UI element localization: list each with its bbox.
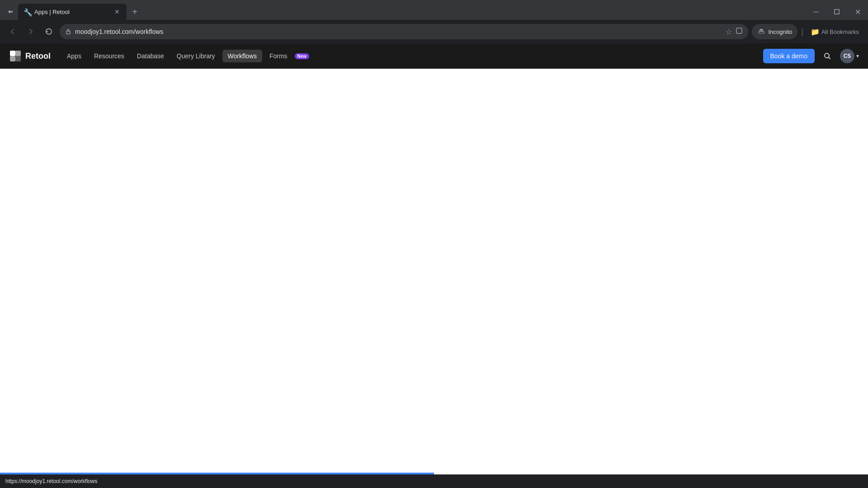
app-navbar: Retool Apps Resources Database Query Lib…	[0, 43, 868, 69]
separator: |	[801, 27, 803, 37]
avatar-chevron-icon: ▾	[856, 53, 859, 59]
reader-mode-icon[interactable]	[736, 27, 743, 36]
avatar-button[interactable]: CS	[840, 49, 854, 63]
status-url: https://moodjoy1.retool.com/workflows	[0, 478, 103, 484]
nav-link-workflows[interactable]: Workflows	[222, 50, 262, 62]
new-tab-button[interactable]: +	[128, 5, 141, 18]
nav-link-resources[interactable]: Resources	[89, 50, 130, 62]
tab-close-button[interactable]: ✕	[113, 8, 121, 16]
incognito-icon	[757, 28, 765, 36]
back-button[interactable]	[5, 24, 20, 39]
folder-icon: 📁	[811, 28, 820, 36]
maximize-button[interactable]	[826, 2, 847, 22]
tab-title: Apps | Retool	[34, 9, 109, 15]
book-demo-button[interactable]: Book a demo	[763, 49, 815, 63]
svg-rect-4	[15, 51, 21, 56]
navbar-right: Book a demo CS ▾	[763, 49, 859, 63]
active-tab: 🔧 Apps | Retool ✕	[18, 4, 127, 20]
bookmark-star-icon[interactable]: ☆	[726, 28, 732, 36]
forward-button[interactable]	[24, 24, 38, 39]
retool-logo-text: Retool	[25, 52, 51, 61]
close-button[interactable]: ✕	[847, 2, 868, 22]
svg-rect-5	[10, 56, 15, 61]
nav-links: Apps Resources Database Query Library Wo…	[61, 50, 763, 62]
main-content	[0, 69, 868, 474]
nav-link-forms[interactable]: Forms	[264, 50, 293, 62]
svg-rect-3	[10, 51, 15, 56]
svg-rect-6	[15, 56, 21, 61]
lock-icon	[65, 28, 71, 35]
window-controls: ─ ✕	[806, 2, 868, 22]
avatar-dropdown[interactable]: CS ▾	[840, 49, 859, 63]
tab-bar: 🔧 Apps | Retool ✕ + ─ ✕	[0, 0, 868, 20]
forms-new-badge: New	[295, 53, 310, 59]
nav-link-database[interactable]: Database	[132, 50, 170, 62]
address-url: moodjoy1.retool.com/workflows	[75, 28, 722, 35]
tab-history-button[interactable]	[4, 5, 16, 18]
reload-button[interactable]	[42, 24, 56, 39]
address-bar: moodjoy1.retool.com/workflows ☆ Incognit…	[0, 20, 868, 43]
status-bar: https://moodjoy1.retool.com/workflows	[0, 474, 868, 488]
minimize-button[interactable]: ─	[806, 2, 826, 22]
incognito-button[interactable]: Incognito	[752, 24, 797, 39]
search-icon	[823, 52, 831, 60]
retool-logo[interactable]: Retool	[9, 50, 51, 62]
bookmarks-button[interactable]: 📁 All Bookmarks	[807, 26, 863, 38]
svg-rect-0	[835, 9, 839, 14]
search-button[interactable]	[820, 49, 835, 63]
retool-logo-icon	[9, 50, 22, 62]
nav-link-query-library[interactable]: Query Library	[171, 50, 221, 62]
address-input-wrap[interactable]: moodjoy1.retool.com/workflows ☆	[60, 24, 748, 39]
tab-favicon: 🔧	[24, 8, 31, 15]
svg-rect-1	[66, 31, 70, 34]
nav-link-apps[interactable]: Apps	[61, 50, 87, 62]
svg-rect-2	[736, 28, 742, 33]
nav-link-forms-wrapper: Forms New	[264, 50, 309, 62]
browser-right-controls: Incognito | 📁 All Bookmarks	[752, 24, 863, 39]
